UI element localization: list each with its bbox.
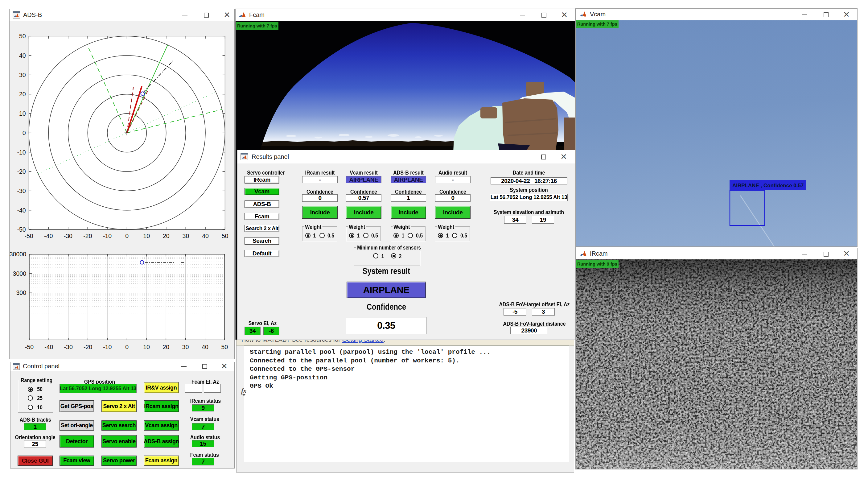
svg-text:-20: -20	[17, 168, 26, 175]
svg-text:3000: 3000	[13, 270, 27, 277]
svg-text:300: 300	[16, 289, 26, 296]
svg-text:20: 20	[163, 233, 169, 239]
svg-text:30: 30	[19, 71, 26, 78]
svg-text:20: 20	[162, 343, 169, 350]
svg-text:30000: 30000	[9, 251, 26, 258]
svg-text:0: 0	[23, 129, 26, 136]
svg-text:-30: -30	[17, 187, 26, 194]
svg-text:40: 40	[202, 233, 209, 239]
svg-text:30: 30	[182, 343, 189, 350]
svg-text:-40: -40	[44, 233, 53, 239]
svg-text:0: 0	[125, 343, 129, 350]
svg-text:-10: -10	[103, 343, 112, 350]
svg-text:10: 10	[143, 343, 150, 350]
svg-text:-20: -20	[84, 343, 92, 350]
svg-text:-10: -10	[17, 149, 26, 156]
svg-text:50: 50	[19, 33, 26, 39]
svg-text:-50: -50	[25, 343, 34, 350]
svg-text:50: 50	[221, 343, 228, 350]
svg-text:40: 40	[202, 343, 209, 350]
svg-text:-50: -50	[17, 226, 26, 233]
svg-text:-40: -40	[17, 207, 26, 214]
svg-text:10: 10	[143, 233, 150, 239]
svg-text:-40: -40	[44, 343, 53, 350]
svg-text:-10: -10	[103, 233, 112, 239]
svg-text:40: 40	[19, 52, 26, 59]
svg-text:50: 50	[222, 233, 228, 239]
svg-text:-30: -30	[64, 233, 72, 239]
svg-text:0: 0	[125, 233, 129, 239]
svg-text:AIRPLANE , Confidence 0.57: AIRPLANE , Confidence 0.57	[732, 183, 804, 188]
svg-text:-30: -30	[64, 343, 73, 350]
svg-text:30: 30	[183, 233, 189, 239]
svg-text:-20: -20	[83, 233, 92, 239]
svg-text:-50: -50	[25, 233, 33, 239]
svg-text:20: 20	[19, 91, 26, 97]
svg-text:10: 10	[19, 110, 26, 117]
